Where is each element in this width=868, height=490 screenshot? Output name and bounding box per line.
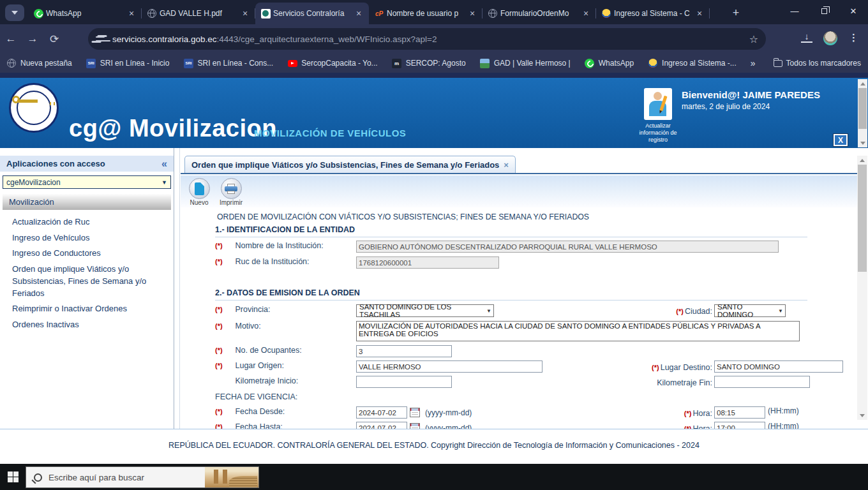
bookmark-sercopcapacita[interactable]: SercopCapacita - Yo...	[287, 58, 377, 68]
all-bookmarks-button[interactable]: Todos los marcadores	[774, 59, 861, 68]
content-tab-bar: Orden que implique Viáticos y/o Subsiste…	[181, 156, 857, 174]
imprimir-button[interactable]: Imprimir	[218, 178, 244, 207]
order-form: ORDEN DE MOVILIZACIÓN CON VIÁTICOS Y/O S…	[181, 207, 858, 429]
taskbar-search-box[interactable]: Escribe aquí para buscar	[26, 466, 259, 488]
site-info-icon[interactable]	[96, 35, 106, 43]
calendar-icon[interactable]	[410, 423, 420, 429]
app-subtitle: MOVILIZACIÓN DE VEHÍCULOS	[254, 128, 406, 138]
close-icon[interactable]: ×	[240, 8, 250, 19]
bookmark-nueva-pestana[interactable]: Nueva pestaña	[6, 58, 72, 68]
window-minimize-button[interactable]: —	[780, 0, 809, 22]
contraloria-favicon	[260, 8, 271, 19]
divider	[179, 148, 180, 429]
scrollbar-thumb[interactable]	[858, 165, 867, 272]
close-icon[interactable]: ×	[581, 8, 591, 19]
downloads-icon[interactable]: ↓	[801, 33, 812, 43]
sidebar-item-ingreso-vehiculos[interactable]: Ingreso de Vehículos	[0, 232, 170, 244]
scrollbar-thumb[interactable]	[858, 88, 867, 129]
lugar-destino-input[interactable]	[714, 360, 843, 373]
ruc-input[interactable]	[356, 256, 499, 269]
window-close-button[interactable]: ✕	[839, 0, 868, 22]
bookmark-sercop[interactable]: mSERCOP: Agosto	[392, 58, 466, 68]
logout-close-button[interactable]: X	[833, 133, 848, 147]
tab-orden-viaticos[interactable]: Orden que implique Viáticos y/o Subsiste…	[184, 156, 516, 173]
browser-profile-avatar[interactable]	[823, 31, 837, 45]
window-restore-button[interactable]	[809, 0, 839, 22]
browser-tab-whatsapp[interactable]: WhatsApp ×	[28, 3, 142, 24]
cpanel-icon: cP	[374, 8, 384, 19]
bookmarks-bar: Nueva pestaña SRISRI en Línea - Inicio S…	[0, 54, 868, 73]
km-fin-input[interactable]	[714, 376, 810, 388]
sidebar-item-reimprimir-inactivar[interactable]: Reimprimir o Inactivar Ordenes	[0, 302, 170, 315]
fecha-hasta-input[interactable]	[356, 422, 407, 429]
bookmark-whatsapp[interactable]: WhatsApp	[585, 58, 634, 68]
start-button[interactable]	[8, 471, 19, 482]
content-frame-scrollbar[interactable]	[857, 156, 867, 420]
youtube-icon	[287, 58, 297, 68]
browser-tab-formulario[interactable]: FormularioOrdenMo ×	[483, 3, 596, 24]
reload-button[interactable]: ⟳	[43, 33, 65, 46]
scroll-up-icon[interactable]	[857, 156, 867, 165]
ciudad-select[interactable]: SANTO DOMINGO▼	[714, 304, 786, 317]
search-box-image[interactable]	[205, 467, 258, 487]
bookmark-gad-valle-hermoso[interactable]: GAD | Valle Hermoso |	[480, 58, 571, 68]
sidebar-item-orden-viaticos[interactable]: Orden que implique Viáticos y/o Subsiste…	[0, 263, 170, 299]
update-registration-avatar[interactable]	[644, 88, 672, 120]
bookmark-star-icon[interactable]: ☆	[749, 33, 758, 45]
hora-hasta-input[interactable]	[714, 422, 765, 429]
globe-icon	[6, 58, 17, 68]
close-icon[interactable]: ×	[694, 8, 705, 19]
nuevo-button[interactable]: Nuevo	[186, 178, 213, 207]
sidebar-item-ingreso-conductores[interactable]: Ingreso de Conductores	[0, 247, 170, 259]
scroll-up-icon[interactable]	[858, 79, 867, 88]
sidebar-item-actualizacion-ruc[interactable]: Actualización de Ruc	[0, 216, 170, 228]
fecha-desde-input[interactable]	[356, 406, 407, 419]
bookmarks-overflow-button[interactable]: »	[751, 58, 756, 68]
scroll-down-icon[interactable]	[857, 411, 867, 420]
person-icon	[654, 92, 662, 100]
km-inicio-input[interactable]	[356, 376, 452, 388]
folder-icon	[774, 60, 782, 67]
forward-button[interactable]: →	[22, 33, 43, 45]
bookmark-ingreso-sistema[interactable]: Ingreso al Sistema -...	[648, 58, 737, 68]
close-icon[interactable]: ×	[126, 8, 137, 19]
tab-search-button[interactable]	[5, 4, 24, 21]
close-icon[interactable]: ×	[504, 160, 509, 170]
application-select[interactable]: cgeMovilizacion ▼	[3, 175, 171, 189]
browser-tab-ingreso[interactable]: Ingreso al Sistema - C ×	[596, 3, 710, 24]
search-placeholder: Escribe aquí para buscar	[49, 473, 205, 482]
sidebar-group-movilizacion[interactable]: Movilización	[3, 194, 171, 210]
ecuador-crest-icon	[601, 8, 611, 19]
collapse-sidebar-icon[interactable]: «	[161, 158, 167, 170]
globe-icon	[147, 8, 157, 19]
back-button[interactable]: ←	[0, 33, 22, 45]
scroll-down-icon[interactable]	[858, 138, 867, 147]
field-label: Ruc de la Institución:	[235, 257, 309, 266]
calendar-icon[interactable]	[410, 408, 420, 417]
browser-tab-pdf[interactable]: GAD VALLE H.pdf ×	[142, 3, 255, 24]
bookmark-sri-consultas[interactable]: SRISRI en Línea - Cons...	[183, 58, 273, 68]
browser-tab-cpanel[interactable]: cP Nombre de usuario p ×	[369, 3, 483, 24]
close-icon[interactable]: ×	[467, 8, 477, 19]
close-icon[interactable]: ×	[354, 8, 364, 19]
sri-icon: SRI	[86, 58, 96, 68]
hora-desde-input[interactable]	[714, 406, 765, 419]
browser-tab-servicios-contraloria[interactable]: Servicios Contraloría ×	[255, 3, 369, 24]
required-marker: (*)	[215, 322, 233, 330]
field-label: Kilometraje Inicio:	[235, 376, 298, 385]
url-path: :4443/cge_arquitecturaexterna_web/WFInic…	[217, 34, 437, 44]
bookmark-sri-inicio[interactable]: SRISRI en Línea - Inicio	[86, 58, 170, 68]
avatar-caption[interactable]: Actualizar información de registro	[637, 122, 679, 144]
lugar-origen-input[interactable]	[356, 360, 542, 373]
browser-menu-icon[interactable]: ⋮	[849, 32, 858, 43]
ocupantes-input[interactable]	[356, 345, 452, 357]
provincia-select[interactable]: SANTO DOMINGO DE LOS TSACHILAS▼	[356, 304, 494, 317]
nombre-institucion-input[interactable]	[356, 241, 779, 253]
whatsapp-icon	[585, 58, 595, 68]
sidebar-item-ordenes-inactivas[interactable]: Ordenes Inactivas	[0, 318, 170, 330]
new-tab-button[interactable]: +	[728, 5, 744, 22]
motivo-textarea[interactable]: MOVILIZACIÓN DE AUTORIDADES HACIA LA CIU…	[356, 321, 800, 341]
header-frame-scrollbar[interactable]	[858, 79, 867, 147]
address-bar[interactable]: servicios.contraloria.gob.ec:4443/cge_ar…	[88, 28, 766, 50]
date-format-hint: (yyyy-mm-dd)	[425, 408, 472, 417]
